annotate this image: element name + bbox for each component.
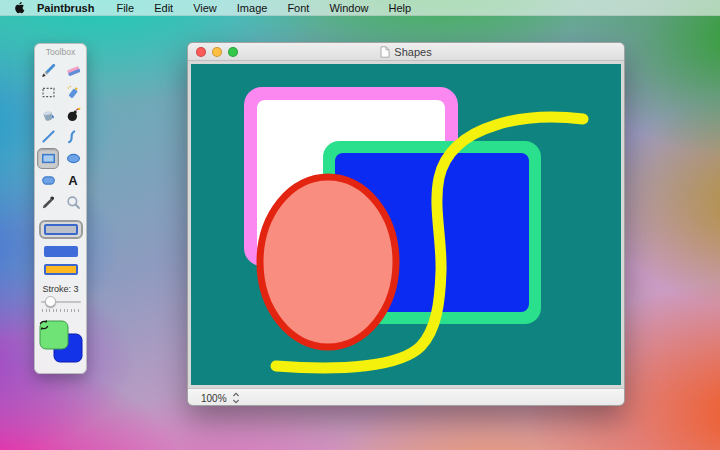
apple-menu[interactable]: [0, 1, 35, 14]
app-menu-paintbrush[interactable]: Paintbrush: [35, 2, 106, 14]
document-proxy-icon: [380, 46, 390, 58]
fill-style-outline-selected[interactable]: [39, 220, 83, 239]
apple-logo-icon: [13, 1, 25, 14]
menu-item-window[interactable]: Window: [319, 2, 378, 14]
canvas-frame: [188, 61, 624, 388]
slider-tick-marks: [42, 309, 80, 312]
paint-canvas[interactable]: [191, 64, 621, 385]
line-icon: [40, 128, 57, 145]
shapes-document-window: Shapes 100%: [187, 42, 625, 406]
stroke-width-label: Stroke: 3: [42, 284, 78, 294]
eraser-icon: [65, 62, 82, 79]
spray-tool[interactable]: [62, 82, 84, 103]
spray-can-icon: [65, 84, 82, 101]
bomb-icon: [65, 106, 82, 123]
curve-icon: [65, 128, 82, 145]
magnifier-icon: [65, 194, 82, 211]
select-tool[interactable]: [37, 82, 59, 103]
zoom-level-label: 100%: [201, 393, 227, 404]
fill-bucket-tool[interactable]: [37, 104, 59, 125]
eyedropper-tool[interactable]: [37, 192, 59, 213]
rounded-rectangle-icon: [40, 172, 57, 189]
menu-item-edit[interactable]: Edit: [144, 2, 183, 14]
curve-tool[interactable]: [62, 126, 84, 147]
menu-item-help[interactable]: Help: [379, 2, 422, 14]
color-well: [38, 319, 84, 365]
zoom-window-button[interactable]: [228, 47, 238, 57]
tool-grid: A: [37, 60, 84, 213]
line-tool[interactable]: [37, 126, 59, 147]
text-tool-glyph: A: [68, 173, 77, 188]
fill-style-outline-swatch: [44, 224, 78, 235]
swap-colors-icon[interactable]: [38, 319, 50, 331]
minimize-button[interactable]: [212, 47, 222, 57]
brush-tool[interactable]: [37, 60, 59, 81]
zoom-stepper[interactable]: [232, 392, 240, 404]
menu-bar: Paintbrush File Edit View Image Font Win…: [0, 0, 720, 16]
eraser-tool[interactable]: [62, 60, 84, 81]
rectangle-tool[interactable]: [37, 148, 59, 169]
menu-item-font[interactable]: Font: [277, 2, 319, 14]
text-tool[interactable]: A: [62, 170, 84, 191]
fill-style-selector: [39, 220, 83, 275]
menu-item-view[interactable]: View: [183, 2, 227, 14]
traffic-lights: [196, 47, 238, 57]
ellipse-icon: [65, 150, 82, 167]
rectangle-icon: [40, 150, 57, 167]
close-button[interactable]: [196, 47, 206, 57]
brush-icon: [40, 62, 57, 79]
window-status-bar: 100%: [188, 388, 624, 406]
fill-style-solid-swatch[interactable]: [44, 246, 78, 257]
eyedropper-icon: [40, 194, 57, 211]
fill-style-outline-fill-swatch[interactable]: [44, 264, 78, 275]
zoom-tool[interactable]: [62, 192, 84, 213]
toolbox-title[interactable]: Toolbox: [35, 44, 86, 58]
menu-item-file[interactable]: File: [106, 2, 144, 14]
paint-bucket-icon: [40, 106, 57, 123]
stroke-width-slider[interactable]: [41, 296, 81, 308]
bomb-tool[interactable]: [62, 104, 84, 125]
ellipse-tool[interactable]: [62, 148, 84, 169]
window-title-group: Shapes: [380, 46, 431, 58]
toolbox-palette: Toolbox: [34, 43, 87, 374]
shape-red-ellipse: [260, 177, 396, 347]
slider-thumb[interactable]: [45, 296, 56, 307]
menu-item-image[interactable]: Image: [227, 2, 278, 14]
window-title-bar[interactable]: Shapes: [188, 43, 624, 61]
window-title: Shapes: [394, 46, 431, 58]
selection-marquee-icon: [40, 84, 57, 101]
rounded-rectangle-tool[interactable]: [37, 170, 59, 191]
